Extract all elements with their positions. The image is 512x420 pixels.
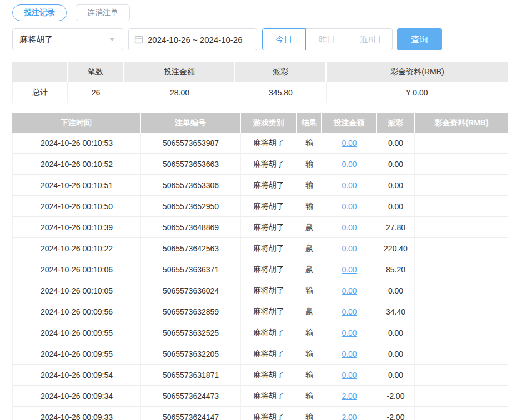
table-row: 2024-10-26 00:10:535065573653987麻将胡了输0.0… bbox=[12, 133, 508, 154]
bet-amount-link[interactable]: 0.00 bbox=[342, 328, 357, 337]
calendar-icon bbox=[134, 35, 143, 44]
payout-cell: 34.40 bbox=[377, 301, 415, 322]
summary-header-cell: 派彩 bbox=[235, 62, 327, 82]
result-cell: 赢 bbox=[297, 238, 322, 259]
bet-time-cell: 2024-10-26 00:10:05 bbox=[12, 280, 141, 301]
game-type-cell: 麻将胡了 bbox=[241, 386, 297, 407]
summary-count-value: 26 bbox=[68, 82, 124, 103]
summary-header-row: 笔数投注金额派彩彩金资料(RMB) bbox=[12, 62, 508, 82]
records-header-cell: 下注时间 bbox=[12, 113, 141, 133]
tab-cancelled-orders[interactable]: 连消注单 bbox=[76, 4, 130, 21]
order-id-cell: 5065573653987 bbox=[141, 133, 241, 154]
result-cell: 输 bbox=[297, 133, 322, 154]
table-row: 2024-10-26 00:10:055065573636024麻将胡了输0.0… bbox=[12, 280, 508, 301]
bonus-cell bbox=[415, 386, 508, 407]
date-range-input[interactable]: 2024-10-26 ~ 2024-10-26 bbox=[128, 28, 257, 50]
yesterday-button[interactable]: 昨日 bbox=[305, 28, 349, 50]
game-type-cell: 麻将胡了 bbox=[241, 322, 297, 343]
table-row: 2024-10-26 00:09:345065573624473麻将胡了输2.0… bbox=[12, 386, 508, 407]
bet-amount-link[interactable]: 0.00 bbox=[342, 371, 357, 379]
bonus-cell bbox=[415, 365, 508, 386]
bet-amount-link[interactable]: 2.00 bbox=[342, 413, 357, 420]
table-row: 2024-10-26 00:09:555065573632205麻将胡了输0.0… bbox=[12, 343, 508, 365]
order-id-cell: 5065573636024 bbox=[141, 280, 241, 301]
payout-cell: 0.00 bbox=[377, 154, 415, 175]
filter-bar: 麻将胡了 2024-10-26 ~ 2024-10-26 今日 昨日 近8日 查… bbox=[12, 28, 508, 50]
summary-total-label: 总计 bbox=[12, 82, 68, 103]
bonus-cell bbox=[415, 196, 508, 217]
bonus-cell bbox=[415, 301, 508, 322]
bonus-cell bbox=[415, 322, 508, 343]
order-id-cell: 5065573632525 bbox=[141, 322, 241, 343]
payout-cell: 0.00 bbox=[377, 196, 415, 217]
bonus-cell bbox=[415, 238, 508, 259]
table-row: 2024-10-26 00:09:545065573631871麻将胡了输0.0… bbox=[12, 365, 508, 386]
bet-amount-link[interactable]: 0.00 bbox=[342, 181, 357, 190]
result-cell: 输 bbox=[297, 365, 322, 386]
tab-betting-records[interactable]: 投注记录 bbox=[12, 4, 67, 21]
order-id-cell: 5065573652950 bbox=[141, 196, 241, 217]
table-row: 2024-10-26 00:09:335065573624147麻将胡了输2.0… bbox=[12, 407, 508, 420]
summary-table: 笔数投注金额派彩彩金资料(RMB) 总计 26 28.00 345.80 ¥ 0… bbox=[12, 62, 508, 103]
payout-cell: 0.00 bbox=[377, 133, 415, 154]
bet-time-cell: 2024-10-26 00:10:39 bbox=[12, 217, 141, 238]
bet-time-cell: 2024-10-26 00:10:06 bbox=[12, 259, 141, 280]
payout-cell: 0.00 bbox=[377, 322, 415, 343]
date-range-value: 2024-10-26 ~ 2024-10-26 bbox=[148, 35, 243, 44]
bet-time-cell: 2024-10-26 00:10:22 bbox=[12, 238, 141, 259]
game-type-cell: 麻将胡了 bbox=[241, 154, 297, 175]
game-type-cell: 麻将胡了 bbox=[241, 407, 297, 420]
summary-header-cell bbox=[12, 62, 68, 82]
order-id-cell: 5065573632205 bbox=[141, 343, 241, 365]
bet-amount-link[interactable]: 0.00 bbox=[342, 160, 357, 169]
top-tabs: 投注记录 连消注单 bbox=[12, 4, 508, 21]
records-table-body: 2024-10-26 00:10:535065573653987麻将胡了输0.0… bbox=[12, 133, 508, 420]
payout-cell: 85.20 bbox=[377, 259, 415, 280]
betting-records-page: 投注记录 连消注单 麻将胡了 2024-10-26 ~ 2024-10-26 今… bbox=[0, 0, 512, 420]
bonus-cell bbox=[415, 259, 508, 280]
order-id-cell: 5065573653663 bbox=[141, 154, 241, 175]
game-type-cell: 麻将胡了 bbox=[241, 217, 297, 238]
bet-amount-link[interactable]: 0.00 bbox=[342, 307, 357, 316]
bet-time-cell: 2024-10-26 00:09:33 bbox=[12, 407, 141, 420]
result-cell: 输 bbox=[297, 407, 322, 420]
records-header-cell: 投注金额 bbox=[322, 113, 377, 133]
bet-amount-cell: 0.00 bbox=[322, 301, 377, 322]
table-row: 2024-10-26 00:10:065065573636371麻将胡了赢0.0… bbox=[12, 259, 508, 280]
bet-amount-link[interactable]: 0.00 bbox=[342, 244, 357, 253]
bet-amount-link[interactable]: 0.00 bbox=[342, 139, 357, 148]
table-row: 2024-10-26 00:10:525065573653663麻将胡了输0.0… bbox=[12, 154, 508, 175]
bet-amount-link[interactable]: 0.00 bbox=[342, 265, 357, 274]
table-row: 2024-10-26 00:09:555065573632525麻将胡了输0.0… bbox=[12, 322, 508, 343]
bet-amount-cell: 0.00 bbox=[322, 133, 377, 154]
bet-amount-cell: 0.00 bbox=[322, 175, 377, 196]
bonus-cell bbox=[415, 343, 508, 365]
game-select[interactable]: 麻将胡了 bbox=[12, 28, 123, 50]
bet-time-cell: 2024-10-26 00:10:51 bbox=[12, 175, 141, 196]
summary-header-cell: 投注金额 bbox=[124, 62, 235, 82]
last-8-days-button[interactable]: 近8日 bbox=[349, 28, 393, 50]
query-button[interactable]: 查询 bbox=[397, 28, 442, 50]
game-type-cell: 麻将胡了 bbox=[241, 238, 297, 259]
bet-amount-link[interactable]: 0.00 bbox=[342, 223, 357, 232]
today-button[interactable]: 今日 bbox=[262, 28, 306, 50]
summary-bet-amount-value: 28.00 bbox=[124, 82, 235, 103]
records-table: 下注时间注单编号游戏类别结果投注金额派彩彩金资料(RMB) 2024-10-26… bbox=[12, 113, 508, 420]
game-type-cell: 麻将胡了 bbox=[241, 301, 297, 322]
payout-cell: 27.80 bbox=[377, 217, 415, 238]
summary-total-row: 总计 26 28.00 345.80 ¥ 0.00 bbox=[12, 82, 508, 103]
payout-cell: 0.00 bbox=[377, 343, 415, 365]
bet-amount-link[interactable]: 0.00 bbox=[342, 350, 357, 358]
chevron-down-icon bbox=[109, 38, 115, 41]
bet-amount-link[interactable]: 0.00 bbox=[342, 286, 357, 295]
bet-amount-link[interactable]: 0.00 bbox=[342, 202, 357, 211]
bet-amount-cell: 0.00 bbox=[322, 280, 377, 301]
bet-amount-cell: 0.00 bbox=[322, 217, 377, 238]
game-type-cell: 麻将胡了 bbox=[241, 259, 297, 280]
payout-cell: 0.00 bbox=[377, 175, 415, 196]
bet-amount-cell: 2.00 bbox=[322, 386, 377, 407]
bet-amount-cell: 0.00 bbox=[322, 238, 377, 259]
bet-time-cell: 2024-10-26 00:09:55 bbox=[12, 343, 141, 365]
bet-amount-link[interactable]: 2.00 bbox=[342, 392, 357, 401]
bonus-cell bbox=[415, 407, 508, 420]
